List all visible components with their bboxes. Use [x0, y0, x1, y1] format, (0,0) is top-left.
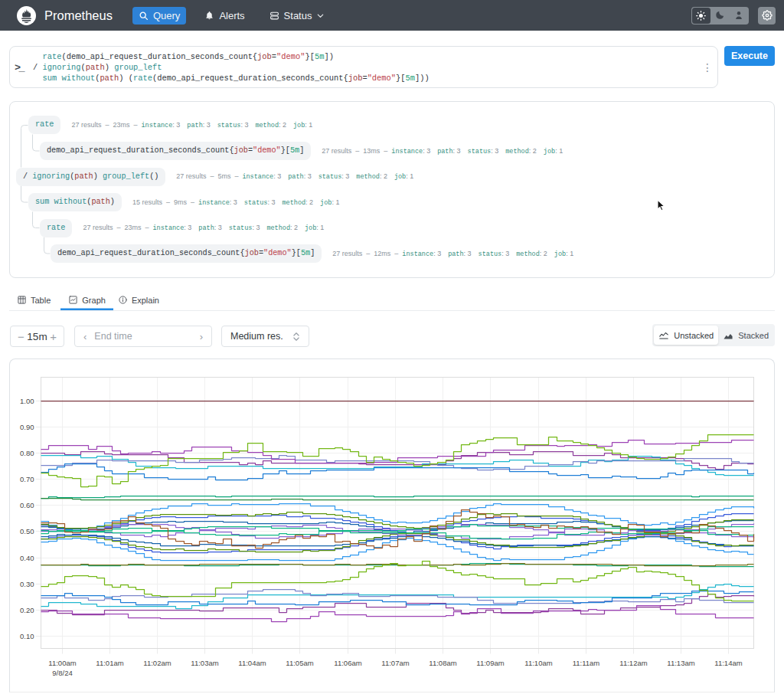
svg-text:11:11am: 11:11am	[573, 659, 600, 667]
svg-text:11:05am: 11:05am	[286, 659, 313, 667]
svg-text:11:09am: 11:09am	[476, 659, 504, 667]
svg-text:11:04am: 11:04am	[238, 659, 266, 667]
svg-text:0.30: 0.30	[20, 580, 34, 588]
svg-text:11:03am: 11:03am	[191, 659, 218, 667]
svg-text:11:12am: 11:12am	[619, 659, 647, 667]
svg-text:11:00am: 11:00am	[48, 659, 76, 667]
svg-text:0.90: 0.90	[20, 423, 34, 431]
svg-text:11:13am: 11:13am	[667, 659, 694, 667]
svg-text:0.80: 0.80	[20, 449, 34, 457]
svg-text:11:06am: 11:06am	[334, 659, 361, 667]
svg-text:11:07am: 11:07am	[381, 659, 409, 667]
svg-text:11:01am: 11:01am	[96, 659, 123, 667]
svg-text:0.10: 0.10	[20, 632, 34, 640]
svg-text:0.70: 0.70	[20, 475, 34, 483]
svg-text:11:02am: 11:02am	[143, 659, 171, 667]
svg-text:0.40: 0.40	[20, 554, 34, 562]
svg-text:0.60: 0.60	[20, 501, 34, 509]
svg-text:0.20: 0.20	[20, 606, 34, 614]
svg-text:9/8/24: 9/8/24	[52, 669, 72, 677]
svg-text:1.00: 1.00	[20, 397, 34, 405]
svg-text:11:10am: 11:10am	[524, 659, 552, 667]
svg-text:11:14am: 11:14am	[714, 659, 742, 667]
svg-text:0.50: 0.50	[20, 527, 34, 535]
svg-text:11:08am: 11:08am	[429, 659, 456, 667]
